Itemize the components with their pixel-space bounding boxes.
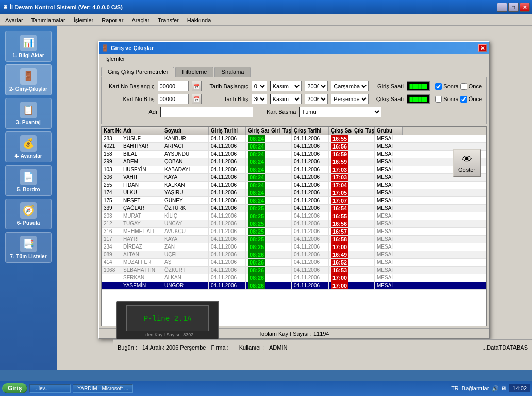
cell-soyad: KABADAYI (162, 166, 209, 173)
giris-cikislar-icon: 🚪 (20, 68, 37, 85)
table-row[interactable]: 316 MEHMET ALİ AVUKÇU 04.11.2006 08:25 0… (102, 228, 486, 236)
giris-once-check[interactable] (460, 83, 467, 90)
table-row[interactable]: 283 YUSUF KANBUR 04.11.2006 08:24 04.11.… (102, 135, 486, 143)
device-image: P-line 2.1A ...den Kayıt Sayısı : 8392 (116, 301, 219, 342)
cell-cikis-saati: 17:00 (329, 274, 352, 282)
bilgi-aktar-icon: 📊 (20, 35, 37, 51)
table-row[interactable]: 306 VAHİT KAYA 04.11.2006 08:24 04.11.20… (102, 174, 486, 182)
cell-kart: 414 (102, 259, 121, 266)
table-row[interactable]: 117 HAYRİ KAYA 04.11.2006 08:25 04.11.20… (102, 236, 486, 243)
table-row[interactable]: 158 BİLAL AYSUNDU 04.11.2006 08:24 04.11… (102, 151, 486, 158)
cell-giris-tarihi: 04.11.2006 (209, 267, 246, 274)
table-row[interactable]: 255 FİDAN KALKAN 04.11.2006 08:24 04.11.… (102, 182, 486, 189)
tarih-bitis-day[interactable]: 30 (252, 94, 267, 104)
tarih-baslangic-month[interactable]: Kasım (270, 81, 302, 91)
tarih-bitis-month[interactable]: Kasım (270, 94, 302, 104)
tarih-baslangic-dayname[interactable]: Çarşamba (331, 81, 369, 91)
giris-sonra-check[interactable] (435, 83, 442, 90)
cell-soyad: ARPACI (162, 143, 209, 150)
cell-cikis-btn (352, 189, 363, 196)
taskbar-item-2[interactable]: YARDIM - Microsoft ... (73, 384, 133, 393)
cell-tus2 (363, 182, 375, 189)
kart-no-baslangic-label: Kart No Başlangıç (106, 83, 155, 89)
menu-raporlar[interactable]: Raporlar (97, 16, 127, 24)
taskbar-item-1[interactable]: ...lev... (29, 384, 71, 393)
sidebar-label-bordro: 5- Bordro (17, 187, 40, 192)
tarih-bitis-dayname[interactable]: Perşembe (331, 94, 369, 104)
sidebar-item-bilgi-aktar[interactable]: 📊 1- Bilgi Aktar (5, 31, 52, 62)
table-row[interactable]: 299 ADEM ÇOBAN 04.11.2006 08:24 04.11.20… (102, 158, 486, 166)
cell-cikis-tarihi: 04.11.2006 (292, 236, 329, 243)
table-row[interactable]: 234 DİRBAZ ZAN 04.11.2006 08:25 04.11.20… (102, 243, 486, 251)
tab-siralama[interactable]: Sıralama (214, 67, 251, 77)
bordro-icon: 📄 (20, 169, 37, 185)
kart-no-baslangic-input[interactable] (158, 81, 189, 91)
menu-transfer[interactable]: Transfer (154, 16, 183, 24)
sidebar-item-puantaj[interactable]: 📋 3- Puantaj (5, 98, 52, 129)
table-row[interactable]: 203 MURAT KİLİÇ 04.11.2006 08:25 04.11.2… (102, 212, 486, 220)
modal-close-button[interactable]: ✕ (478, 44, 487, 52)
cell-grubu: MESAİ (375, 267, 395, 274)
cikis-sonra-check[interactable] (435, 96, 442, 103)
gostar-label: Göster (458, 167, 475, 173)
cal-btn-2[interactable]: 📅 (192, 94, 202, 104)
table-row[interactable]: 089 ALTAN ÜÇEL 04.11.2006 08:26 04.11.20… (102, 251, 486, 259)
gostar-button[interactable]: 👁 Göster (453, 149, 481, 177)
ad-input[interactable] (160, 107, 253, 117)
cell-tus2 (363, 259, 375, 266)
kart-basma-select[interactable]: Tümü (299, 107, 381, 117)
cell-tus (280, 236, 292, 243)
cell-cikis-tarihi: 04.11.2006 (292, 267, 329, 274)
table-row[interactable]: 174 ÜLKÜ YAŞIRU 04.11.2006 08:24 04.11.2… (102, 189, 486, 197)
tarih-bitis-year[interactable]: 2006 (305, 94, 328, 104)
table-body[interactable]: 283 YUSUF KANBUR 04.11.2006 08:24 04.11.… (102, 135, 486, 326)
minimize-button[interactable]: _ (497, 3, 507, 12)
kart-no-bitis-input[interactable] (158, 94, 189, 104)
start-button[interactable]: Giriş (2, 383, 27, 393)
cal-btn-1[interactable]: 📅 (192, 81, 202, 91)
table-row[interactable]: YASEMİN ÜNGÖR 04.11.2006 08:26 04.11.200… (102, 282, 486, 290)
maximize-button[interactable]: □ (508, 3, 519, 12)
sidebar-item-bordro[interactable]: 📄 5- Bordro (5, 165, 52, 196)
cikis-once-check[interactable] (460, 96, 467, 103)
cell-soyad: ÜNCAY (162, 220, 209, 227)
tarih-baslangic-year[interactable]: 2006 (305, 81, 328, 91)
cell-cikis-saati: 17:00 (329, 282, 352, 289)
table-row[interactable]: 1068 SEBAHATTİN ÖZKURT 04.11.2006 08:26 … (102, 267, 486, 274)
menu-araclar[interactable]: Araçlar (127, 16, 154, 24)
cell-cikis-tarihi: 04.11.2006 (292, 220, 329, 227)
table-row[interactable]: 4021 BAHTİYAR ARPACI 04.11.2006 08:24 04… (102, 143, 486, 151)
table-row[interactable]: 339 ÇAĞLAR ÖZTÜRK 04.11.2006 08:25 04.11… (102, 205, 486, 212)
table-row[interactable]: 175 NEŞET GÜNEY 04.11.2006 08:24 04.11.2… (102, 197, 486, 205)
tab-filtreleme[interactable]: Filtreleme (175, 67, 213, 77)
cell-cikis-saati: 16:56 (329, 143, 352, 150)
tarih-baslangic-day[interactable]: 01 (252, 81, 267, 91)
tab-giris-cikis[interactable]: Giriş Çıkış Paremetrelei (101, 67, 174, 77)
menu-tanimlamalar[interactable]: Tanımlamalar (27, 16, 70, 24)
cell-soyad: AŞ (162, 259, 209, 266)
table-row[interactable]: SERKAN ALKAN 04.11.2006 08:26 04.11.2006… (102, 274, 486, 282)
close-button[interactable]: ✕ (520, 3, 530, 12)
sidebar-item-pusula[interactable]: 🧭 6- Pusula (5, 199, 52, 229)
cell-tus2 (363, 282, 375, 289)
col-header-scroll (395, 127, 403, 135)
table-row[interactable]: 212 TUGAY ÜNCAY 04.11.2006 08:25 04.11.2… (102, 220, 486, 228)
table-row[interactable]: 414 MUZAFFER AŞ 04.11.2006 08:26 04.11.2… (102, 259, 486, 267)
cell-cikis-saati: 16:49 (329, 251, 352, 258)
menu-islemler[interactable]: İşlemler (70, 16, 98, 24)
modal-menu-islemler[interactable]: İşlemler (101, 55, 129, 63)
menu-hakkinda[interactable]: Hakkında (183, 16, 215, 24)
sidebar-item-avanslar[interactable]: 💰 4- Avanslar (5, 131, 52, 162)
table-row[interactable]: 103 HÜSEYİN KABADAYI 04.11.2006 08:24 04… (102, 166, 486, 174)
cell-soyad: ÖZKURT (162, 267, 209, 274)
sidebar-item-giris-cikislar[interactable]: 🚪 2- Giriş-Çıkışlar (5, 64, 52, 95)
cell-ad: TUGAY (121, 220, 162, 227)
menu-ayarlar[interactable]: Ayarlar (1, 16, 27, 24)
sidebar-item-tum-listeler[interactable]: 📑 7- Tüm Listeler (5, 232, 52, 263)
cell-ad: SERKAN (121, 274, 162, 282)
cell-cikis-tarihi: 04.11.2006 (292, 166, 329, 173)
modal-toolbar: İşlemler (99, 54, 489, 64)
table-header: Kart No Adı Soyadı Giriş Tarihi Giriş Sa… (102, 127, 486, 135)
cell-soyad: ÜÇEL (162, 251, 209, 258)
kullanici-label: Kullanıcı : (239, 344, 264, 351)
